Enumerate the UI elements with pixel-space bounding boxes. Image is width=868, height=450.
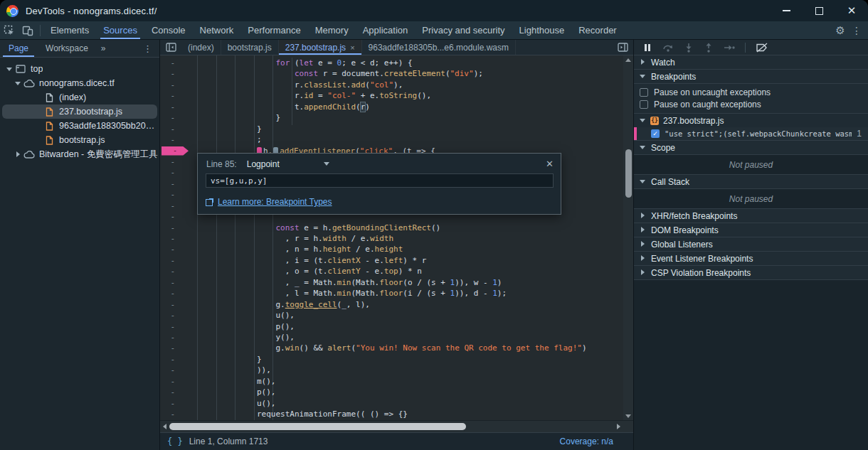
breakpoint-entry[interactable]: ✓ "use strict";(self.webpackChunkcreate_… — [634, 127, 868, 141]
section-event-listener-breakpoints[interactable]: Event Listener Breakpoints — [634, 252, 868, 266]
code-line[interactable]: -, i = (t.clientX - e.left) * r — [160, 255, 633, 266]
coverage-link[interactable]: Coverage: n/a — [560, 436, 613, 446]
line-number[interactable]: - — [160, 90, 181, 101]
code-line[interactable]: -u(), — [160, 398, 633, 409]
editor-tab-index[interactable]: (index) — [181, 40, 221, 55]
panel-tab-memory[interactable]: Memory — [308, 21, 356, 39]
line-number[interactable]: - — [160, 288, 181, 299]
editor-tab-963addfe188305b-e6-module-wasm[interactable]: 963addfe188305b...e6.module.wasm — [362, 40, 516, 55]
tab-page[interactable]: Page — [0, 40, 37, 57]
line-number[interactable]: - — [160, 376, 181, 387]
section-call-stack[interactable]: Call Stack — [634, 175, 868, 189]
close-window-button[interactable]: ✕ — [835, 0, 868, 21]
minimize-button[interactable] — [770, 0, 803, 21]
device-toolbar-icon[interactable] — [18, 22, 37, 39]
code-line[interactable]: -} — [160, 354, 633, 365]
step-into-icon[interactable] — [684, 43, 694, 53]
close-tab-icon[interactable]: × — [350, 43, 354, 52]
editor-tab-237-bootstrap-js[interactable]: 237.bootstrap.js× — [279, 40, 362, 55]
breakpoint-types-link[interactable]: Learn more: Breakpoint Types — [218, 197, 332, 207]
close-dialog-icon[interactable]: ✕ — [546, 159, 554, 169]
panel-tab-recorder[interactable]: Recorder — [571, 21, 623, 39]
section-xhr-fetch-breakpoints[interactable]: XHR/fetch Breakpoints — [634, 209, 868, 223]
code-line[interactable]: -; — [160, 134, 633, 145]
panel-tab-elements[interactable]: Elements — [43, 21, 96, 39]
line-number[interactable]: - — [160, 354, 181, 365]
code-line[interactable]: -, r = h.width / e.width — [160, 233, 633, 244]
section-global-listeners[interactable]: Global Listeners — [634, 237, 868, 252]
pause-uncaught-row[interactable]: Pause on uncaught exceptions — [634, 86, 868, 98]
line-number[interactable]: - — [160, 299, 181, 310]
line-number[interactable]: - — [160, 124, 181, 134]
tree-item-bootstrap-js[interactable]: bootstrap.js — [0, 133, 159, 147]
tree-item-237-bootstrap-js[interactable]: 237.bootstrap.js — [0, 105, 159, 119]
line-number[interactable]: - — [160, 134, 181, 145]
tree-item-top[interactable]: top — [0, 62, 159, 76]
vertical-scroll-thumb[interactable] — [625, 149, 632, 198]
line-number[interactable]: - — [160, 277, 181, 288]
step-icon[interactable] — [724, 43, 735, 53]
panel-tab-privacy-and-security[interactable]: Privacy and security — [415, 21, 512, 39]
code-line[interactable]: -r.classList.add("col"), — [160, 80, 633, 90]
line-number[interactable]: - — [160, 189, 181, 200]
scroll-up-arrow[interactable] — [623, 55, 633, 64]
panel-tab-console[interactable]: Console — [144, 21, 193, 39]
breakpoint-file-group[interactable]: {} 237.bootstrap.js — [634, 114, 868, 127]
checkbox-unchecked[interactable] — [640, 88, 648, 97]
line-number[interactable]: - — [160, 211, 181, 222]
chevron-down-icon[interactable] — [324, 162, 329, 166]
logpoint-expression-input[interactable] — [206, 173, 554, 188]
step-out-icon[interactable] — [704, 43, 714, 53]
checkbox-checked[interactable]: ✓ — [651, 129, 660, 138]
section-csp-violation-breakpoints[interactable]: CSP Violation Breakpoints — [634, 266, 868, 280]
line-number[interactable]: - — [160, 365, 181, 375]
line-number[interactable]: - — [160, 409, 181, 419]
panel-tab-sources[interactable]: Sources — [96, 21, 144, 39]
section-breakpoints[interactable]: Breakpoints — [634, 70, 868, 84]
line-number[interactable]: - — [160, 102, 181, 112]
code-line[interactable]: -} — [160, 124, 633, 134]
section-dom-breakpoints[interactable]: DOM Breakpoints — [634, 223, 868, 237]
pretty-print-icon[interactable]: { } — [167, 436, 183, 446]
line-number[interactable]: - — [160, 223, 181, 233]
more-tabs-icon[interactable]: » — [97, 43, 110, 53]
inspect-element-icon[interactable] — [0, 22, 18, 39]
deactivate-breakpoints-icon[interactable] — [756, 43, 768, 53]
line-number[interactable]: - — [160, 387, 181, 397]
maximize-button[interactable] — [803, 0, 835, 21]
line-number[interactable]: - — [160, 68, 181, 79]
code-line[interactable]: -)), — [160, 365, 633, 375]
pause-caught-row[interactable]: Pause on caught exceptions — [634, 98, 868, 110]
code-editor[interactable]: -for (let e = 0; e < d; e++) {-const r =… — [160, 55, 633, 420]
code-line[interactable]: -r.id = "col-" + e.toString(), — [160, 90, 633, 101]
editor-horizontal-scrollbar[interactable] — [160, 420, 633, 432]
panel-tab-performance[interactable]: Performance — [240, 21, 307, 39]
line-number[interactable]: - — [160, 156, 181, 167]
code-line[interactable]: -y(), — [160, 332, 633, 343]
code-line[interactable]: -requestAnimationFrame(( () => {} — [160, 409, 633, 419]
logpoint-marker[interactable]: - — [162, 146, 189, 156]
code-line[interactable]: -for (let e = 0; e < d; e++) { — [160, 58, 633, 68]
toggle-navigator-icon[interactable] — [160, 40, 181, 55]
line-number[interactable]: - — [160, 167, 181, 178]
code-line[interactable]: -m(), — [160, 376, 633, 387]
code-line[interactable]: -p(), — [160, 321, 633, 332]
line-number[interactable]: - — [160, 244, 181, 255]
code-line[interactable]: -, l = Math.min(Math.floor(i / (s + 1)),… — [160, 288, 633, 299]
panel-tab-application[interactable]: Application — [356, 21, 416, 39]
line-number[interactable]: - — [160, 112, 181, 123]
line-number[interactable]: - — [160, 80, 181, 90]
section-watch[interactable]: Watch — [634, 55, 868, 70]
code-line[interactable]: -t.appendChild(r) — [160, 102, 633, 112]
editor-tab-bootstrap-js[interactable]: bootstrap.js — [221, 40, 279, 55]
line-number[interactable]: - — [160, 343, 181, 353]
tree-item-nonograms-dicec-tf[interactable]: nonograms.dicec.tf — [0, 76, 159, 90]
editor-vertical-scrollbar[interactable] — [623, 55, 633, 420]
line-number[interactable]: - — [160, 178, 181, 189]
line-number[interactable]: - — [160, 310, 181, 321]
checkbox-unchecked[interactable] — [640, 100, 648, 109]
navigator-menu-icon[interactable]: ⋮ — [136, 43, 159, 54]
line-number[interactable]: - — [160, 255, 181, 266]
chevron-down-icon[interactable] — [6, 65, 13, 73]
code-line[interactable]: -const r = document.createElement("div")… — [160, 68, 633, 79]
